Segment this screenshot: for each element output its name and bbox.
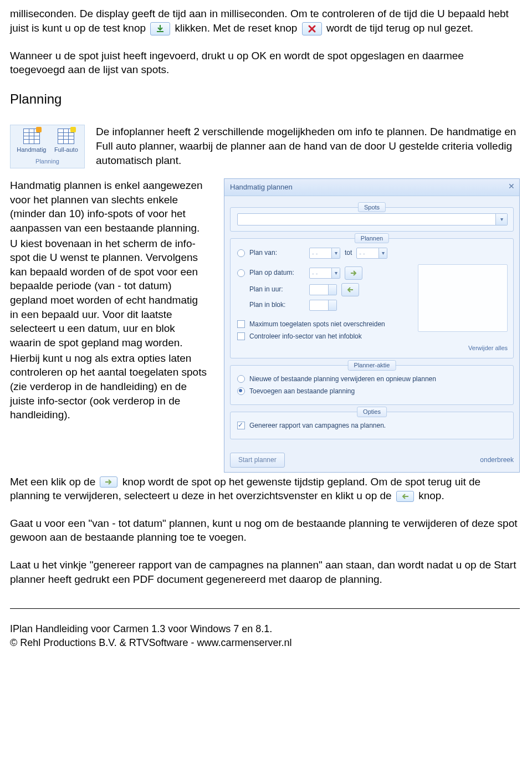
left-para-3: Hierbij kunt u nog als extra opties late… bbox=[10, 351, 208, 422]
schedule-back-button[interactable] bbox=[341, 283, 359, 296]
after1a-text: Met een klik op de bbox=[10, 476, 95, 488]
spots-fieldset: Spots ▾ bbox=[230, 207, 514, 232]
planner-aktie-legend: Planner-aktie bbox=[348, 360, 396, 371]
plan-van-from-date[interactable]: - -▾ bbox=[309, 248, 340, 259]
after-paragraph-2: Gaat u voor een "van - tot datum" planne… bbox=[10, 516, 520, 545]
planning-ribbon-group: Handmatig Full-auto Planning bbox=[10, 125, 85, 168]
plan-in-uur-spinner[interactable] bbox=[309, 284, 337, 295]
toevoegen-planning-label: Toevoegen aan bestaande planning bbox=[249, 387, 355, 396]
plan-van-to-date[interactable]: - -▾ bbox=[356, 248, 387, 259]
after-paragraph-1: Met een klik op de knop wordt de spot op… bbox=[10, 475, 520, 503]
onderbreek-link[interactable]: onderbreek bbox=[480, 455, 514, 464]
dialog-titlebar: Handmatig plannen ✕ bbox=[224, 179, 519, 196]
svg-rect-0 bbox=[157, 31, 163, 32]
planning-intro-text: De infoplanner heeft 2 verschillende mog… bbox=[96, 125, 520, 167]
plannen-fieldset: Plannen Plan van: - -▾ tot - -▾ Plan op … bbox=[230, 238, 514, 358]
calendar-pencil-icon bbox=[23, 129, 40, 144]
plan-op-datum-label: Plan op datum: bbox=[249, 268, 305, 277]
handmatig-plannen-dialog: Handmatig plannen ✕ Spots ▾ Plannen Plan… bbox=[224, 178, 520, 473]
rapport-checkbox[interactable] bbox=[237, 422, 245, 429]
plan-op-datum-field[interactable]: - -▾ bbox=[309, 268, 340, 279]
plan-in-uur-label: Plan in uur: bbox=[249, 285, 305, 294]
handmatig-label: Handmatig bbox=[17, 146, 46, 154]
spots-select[interactable]: ▾ bbox=[237, 213, 508, 225]
info-sector-label: Controleer info-sector van het infoblok bbox=[249, 332, 362, 341]
chevron-down-icon: ▾ bbox=[495, 214, 507, 225]
p1b-text: klikken. Met de reset knop bbox=[175, 22, 298, 34]
rapport-label: Genereer rapport van campagnes na planne… bbox=[249, 421, 386, 430]
info-sector-checkbox[interactable] bbox=[237, 332, 245, 340]
schedule-forward-button[interactable] bbox=[345, 266, 362, 280]
nieuwe-planning-radio[interactable] bbox=[237, 375, 245, 383]
verwijder-alles-link[interactable]: Verwijder alles bbox=[237, 344, 508, 352]
left-para-1: Handmatig plannen is enkel aangewezen vo… bbox=[10, 178, 208, 235]
plan-in-blok-label: Plan in blok: bbox=[249, 300, 305, 309]
plannen-legend: Plannen bbox=[355, 233, 389, 244]
plan-van-label: Plan van: bbox=[249, 248, 305, 257]
footer-line-1: IPlan Handleiding voor Carmen 1.3 voor W… bbox=[10, 622, 520, 635]
spots-legend: Spots bbox=[358, 202, 386, 213]
tot-label: tot bbox=[345, 248, 352, 257]
schedule-forward-inline-icon[interactable] bbox=[100, 476, 117, 488]
start-planner-button[interactable]: Start planner bbox=[230, 453, 285, 467]
test-button-icon[interactable] bbox=[150, 22, 170, 35]
dialog-title: Handmatig plannen bbox=[230, 183, 293, 191]
handmatig-ribbon-button[interactable]: Handmatig bbox=[17, 129, 46, 154]
plan-op-datum-radio[interactable] bbox=[237, 269, 245, 277]
planner-aktie-fieldset: Planner-aktie Nieuwe of bestaande planni… bbox=[230, 365, 514, 405]
left-para-2: U kiest bovenaan in het scherm de info-s… bbox=[10, 237, 208, 350]
max-spots-label: Maximum toegelaten spots niet overschrei… bbox=[249, 320, 385, 329]
nieuwe-planning-label: Nieuwe of bestaande planning verwijderen… bbox=[249, 375, 436, 383]
footer-divider bbox=[10, 608, 520, 609]
after-paragraph-3: Laat u het vinkje "genereer rapport van … bbox=[10, 558, 520, 586]
opties-legend: Opties bbox=[357, 407, 387, 417]
save-paragraph: Wanneer u de spot juist heeft ingevoerd,… bbox=[10, 49, 520, 77]
p1c-text: wordt de tijd terug op nul gezet. bbox=[326, 22, 473, 34]
ribbon-group-caption: Planning bbox=[13, 157, 82, 166]
intro-paragraph: milliseconden. De display geeft de tijd … bbox=[10, 7, 520, 35]
reset-button-icon[interactable] bbox=[302, 22, 322, 35]
max-spots-checkbox[interactable] bbox=[237, 320, 245, 328]
toevoegen-planning-radio[interactable] bbox=[237, 387, 245, 395]
footer-line-2: © Rehl Productions B.V. & RTVSoftware - … bbox=[10, 636, 520, 649]
planning-heading: Planning bbox=[10, 90, 520, 108]
close-icon[interactable]: ✕ bbox=[508, 181, 515, 192]
opties-fieldset: Opties Genereer rapport van campagnes na… bbox=[230, 412, 514, 439]
plan-in-blok-spinner[interactable] bbox=[309, 300, 337, 311]
calendar-gear-icon bbox=[58, 129, 74, 144]
fullauto-label: Full-auto bbox=[54, 146, 78, 154]
planning-list-area[interactable] bbox=[418, 264, 508, 332]
plan-van-radio[interactable] bbox=[237, 249, 245, 257]
schedule-back-inline-icon[interactable] bbox=[396, 491, 414, 502]
fullauto-ribbon-button[interactable]: Full-auto bbox=[54, 129, 78, 154]
after1c-text: knop. bbox=[418, 490, 444, 501]
